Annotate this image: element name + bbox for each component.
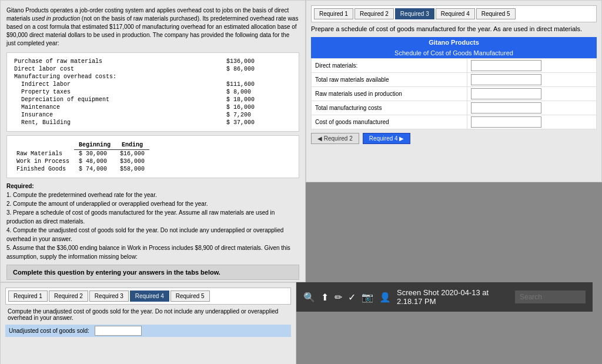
table-row: Direct labor cost $ 86,000 <box>12 65 294 73</box>
tab-r4-4[interactable]: Required 4 <box>130 290 169 302</box>
req-item-1: 1. Compute the predetermined overhead ra… <box>6 192 157 198</box>
camera-icon[interactable]: 📷 <box>362 292 373 303</box>
depreciation-label: Depreciation of equipment <box>12 96 224 103</box>
direct-materials-input-cell <box>467 59 597 73</box>
table-row: Direct materials: <box>312 59 597 73</box>
tab-r4[interactable]: Required 4 <box>436 8 475 19</box>
schedule-title-text: Prepare a schedule of cost of goods manu… <box>311 25 597 34</box>
cost-goods-label: Cost of goods manufactured <box>312 115 467 129</box>
finished-beginning: $ 74,000 <box>74 165 115 173</box>
total-raw-label: Total raw materials available <box>312 73 467 87</box>
table-row: Depreciation of equipment $ 18,000 <box>12 96 294 103</box>
overhead-label: Manufacturing overhead costs: <box>12 73 294 81</box>
direct-materials-input[interactable] <box>471 60 541 71</box>
property-label: Property taxes <box>12 88 224 96</box>
inv-empty <box>12 141 74 150</box>
maintenance-label: Maintenance <box>12 103 224 111</box>
italic-text: used in production <box>32 15 80 22</box>
screenshot-title: Screen Shot 2020-04-13 at 2.18.17 PM <box>397 288 509 306</box>
total-mfg-label: Total manufacturing costs <box>312 101 467 115</box>
required-section: Required: 1. Compute the predetermined o… <box>6 182 299 261</box>
req-item-4: 4. Compute the unadjusted cost of goods … <box>6 227 283 242</box>
tab-r4-2[interactable]: Required 2 <box>49 290 88 302</box>
table-row: Rent, Building $ 37,000 <box>12 119 294 126</box>
table-row: Purchase of raw materials $136,000 <box>12 58 294 65</box>
raw-label: Raw Materials <box>12 150 74 158</box>
data-table-inner: Purchase of raw materials $136,000 Direc… <box>12 58 294 126</box>
finished-label: Finished Goods <box>12 165 74 173</box>
complete-bar: Complete this question by entering your … <box>6 265 299 280</box>
table-row: Total manufacturing costs <box>312 101 597 115</box>
pencil-icon[interactable]: ✏ <box>335 292 342 303</box>
raw-used-input[interactable] <box>471 88 541 99</box>
table-row: Insurance $ 7,200 <box>12 111 294 119</box>
purchase-label: Purchase of raw materials <box>12 58 224 65</box>
person-icon[interactable]: 👤 <box>379 292 391 303</box>
req-item-3: 3. Prepare a schedule of cost of goods m… <box>6 209 275 225</box>
depreciation-value: $ 18,000 <box>224 96 294 103</box>
purchase-value: $136,000 <box>224 58 294 65</box>
tab-r2[interactable]: Required 2 <box>354 8 394 19</box>
req-item-5: 5. Assume that the $36,000 ending balanc… <box>6 245 290 260</box>
search-input[interactable] <box>515 290 586 303</box>
rent-label: Rent, Building <box>12 119 224 126</box>
cost-goods-input[interactable] <box>471 116 541 128</box>
schedule-table: Direct materials: Total raw materials av… <box>311 58 597 129</box>
work-ending: $36,000 <box>115 158 149 165</box>
intro-text: Gitano Products operates a job-order cos… <box>6 6 299 48</box>
indirect-labor-label: Indirect labor <box>12 81 224 88</box>
direct-labor-value: $ 86,000 <box>224 65 294 73</box>
table-row: Maintenance $ 16,000 <box>12 103 294 111</box>
inv-beginning-header: Beginning <box>74 141 115 150</box>
property-value: $ 8,000 <box>224 88 294 96</box>
work-beginning: $ 48,000 <box>74 158 115 165</box>
cost-goods-input-cell <box>467 115 597 129</box>
magnify-icon[interactable]: 🔍 <box>303 292 315 303</box>
unadjusted-text: Unadjusted cost of goods sold: <box>9 328 89 334</box>
prev-req2-button[interactable]: ◀ Required 2 <box>311 133 359 144</box>
table-row: Work in Process $ 48,000 $36,000 <box>12 158 149 165</box>
tab-r4-1[interactable]: Required 1 <box>8 290 48 302</box>
tab-r4-5[interactable]: Required 5 <box>170 290 210 302</box>
tab-r4-3[interactable]: Required 3 <box>89 290 129 302</box>
table-row: Manufacturing overhead costs: <box>12 73 294 81</box>
required-title: Required: <box>6 183 34 189</box>
total-raw-input[interactable] <box>471 74 541 85</box>
rent-value: $ 37,000 <box>224 119 294 126</box>
next-req4-button[interactable]: Required 4 ▶ <box>363 133 411 144</box>
tab-r1[interactable]: Required 1 <box>314 8 353 19</box>
insurance-value: $ 7,200 <box>224 111 294 119</box>
inventory-table-inner: Beginning Ending Raw Materials $ 30,000 … <box>12 141 149 173</box>
share-icon[interactable]: ⬆ <box>321 292 329 303</box>
inventory-table: Beginning Ending Raw Materials $ 30,000 … <box>6 135 299 178</box>
table-row: Finished Goods $ 74,000 $58,000 <box>12 165 149 173</box>
table-row: Cost of goods manufactured <box>312 115 597 129</box>
tab-r3[interactable]: Required 3 <box>395 8 434 19</box>
indirect-labor-value: $111,600 <box>224 81 294 88</box>
schedule-title-label: Schedule of Cost of Goods Manufactured <box>394 49 513 56</box>
check-icon[interactable]: ✓ <box>348 292 356 303</box>
req-item-2: 2. Compute the amount of underapplied or… <box>6 201 208 207</box>
raw-ending: $16,000 <box>115 150 149 158</box>
inv-ending-header: Ending <box>115 141 149 150</box>
cost-data-table: Purchase of raw materials $136,000 Direc… <box>6 52 299 132</box>
req3-nav: ◀ Required 2 Required 4 ▶ <box>311 133 597 144</box>
total-raw-input-cell <box>467 73 597 87</box>
tabs-row-right-mid: Required 1 Required 2 Required 3 Require… <box>5 288 291 305</box>
left-panel: Gitano Products operates a job-order cos… <box>0 0 306 282</box>
tab-r5[interactable]: Required 5 <box>476 8 516 19</box>
maintenance-value: $ 16,000 <box>224 103 294 111</box>
unadjusted-input[interactable] <box>95 326 142 336</box>
raw-used-label: Raw materials used in production <box>312 87 467 101</box>
direct-labor-label: Direct labor cost <box>12 65 224 73</box>
complete-bar-text: Complete this question by entering your … <box>13 269 220 276</box>
raw-beginning: $ 30,000 <box>74 150 115 158</box>
company-name: Gitano Products <box>429 39 479 46</box>
right-mid-panel: Required 1 Required 2 Required 3 Require… <box>0 282 296 364</box>
table-row: Raw materials used in production <box>312 87 597 101</box>
company-header: Gitano Products <box>311 37 597 48</box>
raw-used-input-cell <box>467 87 597 101</box>
finished-ending: $58,000 <box>115 165 149 173</box>
total-mfg-input[interactable] <box>471 102 541 113</box>
table-row: Indirect labor $111,600 <box>12 81 294 88</box>
